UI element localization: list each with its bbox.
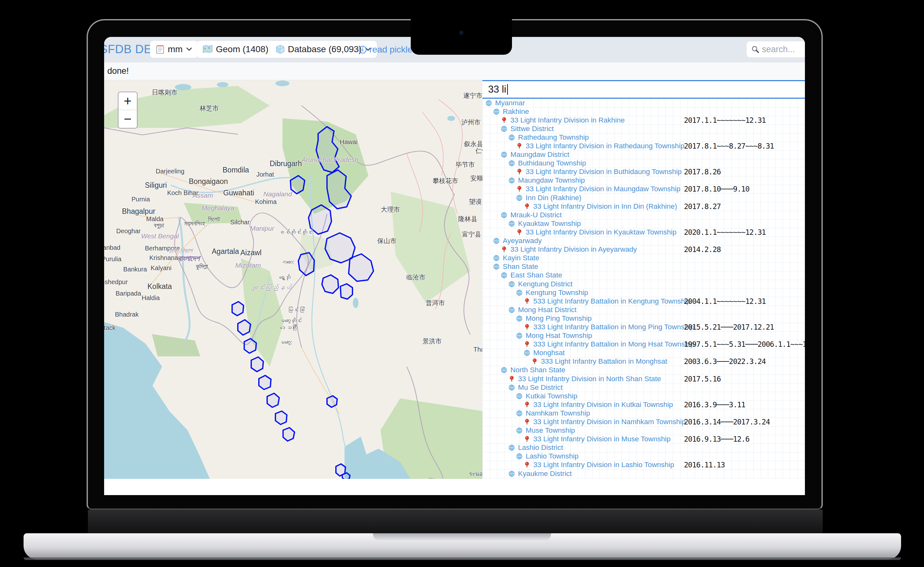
- tree-row[interactable]: Lashio District: [482, 444, 805, 452]
- tree-row[interactable]: Kengtung District: [482, 280, 805, 288]
- map-label: 临沧市: [406, 273, 425, 282]
- tree-row[interactable]: 33 Light Infantry Division in Lashio Tow…: [482, 461, 805, 470]
- tree-row[interactable]: Mong Hsat Township: [482, 332, 805, 340]
- tree-row[interactable]: Shan State: [482, 262, 805, 271]
- zoom-in-button[interactable]: +: [119, 92, 137, 110]
- tree-row[interactable]: Buthidaung Township: [482, 159, 805, 168]
- tree-row[interactable]: 33 Light Infantry Division in North Shan…: [482, 375, 805, 383]
- tree-row[interactable]: Kayin State: [482, 254, 805, 262]
- tree-row[interactable]: 33 Light Infantry Division in Inn Din (R…: [482, 202, 805, 211]
- pin-icon: [523, 341, 530, 348]
- pin-icon: [523, 401, 530, 408]
- app-window: SFDB DESK mm Geom (1408): [104, 37, 805, 495]
- tree-row[interactable]: Myanmar: [482, 99, 805, 107]
- tree-row[interactable]: Ayeyarwady: [482, 237, 805, 245]
- tree-row[interactable]: Rakhine: [482, 107, 805, 116]
- tree-row[interactable]: Maungdaw Township: [482, 176, 805, 185]
- tree-filter-input[interactable]: 33 li: [482, 80, 805, 99]
- tree-item-label: Kengtung District: [518, 280, 572, 288]
- notepad-icon: [156, 45, 165, 54]
- tree-item-date: 2015.5.21───2017.12.21: [684, 323, 774, 331]
- tree-row[interactable]: 33 Light Infantry Division in Rathedaung…: [482, 142, 805, 150]
- tree-row[interactable]: 33 Light Infantry Division in Ayeyarwady…: [482, 245, 805, 254]
- tree-row[interactable]: Sittwe District: [482, 124, 805, 133]
- tree-row[interactable]: Mong Hsat District: [482, 306, 805, 314]
- map-label: 保山市: [377, 237, 397, 245]
- pin-icon: [523, 436, 530, 442]
- units-dropdown-label: mm: [168, 44, 183, 54]
- globe-icon: [508, 444, 515, 451]
- laptop-notch: [411, 19, 512, 55]
- base-shadow: [24, 558, 901, 560]
- globe-icon: [508, 134, 515, 141]
- tree-row[interactable]: Inn Din (Rakhine): [482, 194, 805, 202]
- tree-row[interactable]: East Shan State: [482, 271, 805, 280]
- tree-row[interactable]: Monghsat: [482, 349, 805, 357]
- tree-row[interactable]: 33 Light Infantry Division in Rakhine201…: [482, 116, 805, 124]
- map-canvas[interactable]: 日喀则市林芝市遂宁市泸州市叙永县仁怀市毕节市安顺市望谟隆林县富宁县攀枝花市大理市…: [104, 80, 482, 479]
- tree-item-label: 333 Light Infantry Battalion in Mong Pin…: [533, 323, 694, 331]
- tree-row[interactable]: 333 Light Infantry Battalion in Monghsat…: [482, 357, 805, 366]
- tree-item-label: Buthidaung Township: [518, 159, 586, 167]
- tree-item-label: Rathedaung Township: [518, 134, 589, 142]
- tree-item-label: Monghsat: [533, 349, 565, 357]
- globe-icon: [516, 453, 523, 460]
- tree-row[interactable]: Kengtung Township: [482, 288, 805, 297]
- info-icon: [359, 45, 367, 54]
- tree-item-label: 33 Light Infantry Division in Rakhine: [511, 116, 625, 124]
- map-label: 普洱市: [426, 299, 445, 308]
- chevron-down-icon: [186, 47, 192, 51]
- map-label: ချင်းပြည်နယ်: [251, 284, 291, 291]
- tree-row[interactable]: Lashio Township: [482, 452, 805, 461]
- tree-item-label: 33 Light Infantry Division in Namhkam To…: [533, 418, 686, 426]
- tree-row[interactable]: Mu Se District: [482, 383, 805, 392]
- tree-row[interactable]: Namhkam Township: [482, 409, 805, 417]
- map-label: Koch Bihar: [167, 189, 198, 196]
- zoom-out-button[interactable]: −: [119, 110, 137, 128]
- tree-row[interactable]: 33 Light Infantry Division in Kutkai Tow…: [482, 400, 805, 409]
- tree-row[interactable]: Muse Township: [482, 426, 805, 435]
- results-panel: 33 li MyanmarRakhine33 Light Infantry Di…: [482, 80, 805, 479]
- tree-row[interactable]: Maungdaw District: [482, 150, 805, 159]
- pin-icon: [500, 117, 508, 124]
- map-label: Jorhat: [256, 171, 274, 178]
- tree-row[interactable]: Rathedaung Township: [482, 133, 805, 142]
- globe-icon: [485, 100, 492, 106]
- globe-icon: [508, 470, 515, 477]
- tree-item-label: Maungdaw Township: [518, 176, 585, 184]
- map-label: Bhadrak: [115, 311, 139, 318]
- search-input[interactable]: search...: [747, 41, 805, 57]
- tree-row[interactable]: Kyauktaw Township: [482, 219, 805, 228]
- status-text: done!: [107, 66, 129, 76]
- pin-icon: [523, 203, 530, 210]
- tree-item-label: Lashio District: [518, 444, 563, 452]
- pin-icon: [523, 324, 530, 331]
- tree-row[interactable]: 33 Light Infantry Division in Maungdaw T…: [482, 185, 805, 194]
- tree-row[interactable]: 33 Light Infantry Division in Buthidaung…: [482, 168, 805, 176]
- map-label: Agartala: [212, 247, 239, 256]
- map-label: Mizoram: [235, 261, 261, 269]
- tree-item-label: Lashio Township: [526, 452, 578, 460]
- globe-icon: [500, 151, 508, 158]
- tree-row[interactable]: 33 Light Infantry Division in Muse Towns…: [482, 435, 805, 444]
- tree-row[interactable]: Mrauk-U District: [482, 211, 805, 219]
- map-label: Bongaigaon: [189, 177, 228, 186]
- tree-item-label: 33 Light Infantry Division in Muse Towns…: [533, 435, 670, 443]
- tree-row[interactable]: 33 Light Infantry Division in Kyauktaw T…: [482, 228, 805, 236]
- tree-item-date: 2004.1.1~~~~~~~12.31: [684, 297, 766, 306]
- tree-row[interactable]: North Shan State: [482, 366, 805, 375]
- tree-row[interactable]: 333 Light Infantry Battalion in Mong Pin…: [482, 322, 805, 331]
- units-dropdown[interactable]: mm: [150, 41, 198, 58]
- pin-icon: [531, 358, 538, 365]
- tree-row[interactable]: 33 Light Infantry Division in Namhkam To…: [482, 417, 805, 426]
- tree-row[interactable]: Mong Ping Township: [482, 314, 805, 322]
- map-label: Jamshedpur: [104, 278, 128, 286]
- tree-row[interactable]: 533 Light Infantry Battalion in Kengtung…: [482, 297, 805, 306]
- geom-dropdown-label: Geom (1408): [216, 44, 268, 54]
- tree-item-label: Mong Hsat District: [518, 306, 577, 314]
- tree-row[interactable]: 333 Light Infantry Battalion in Mong Hsa…: [482, 340, 805, 349]
- tree-row[interactable]: Kutkai Township: [482, 392, 805, 400]
- globe-icon: [508, 384, 515, 391]
- globe-icon: [516, 194, 523, 201]
- tree-row[interactable]: Kyaukme District: [482, 470, 805, 478]
